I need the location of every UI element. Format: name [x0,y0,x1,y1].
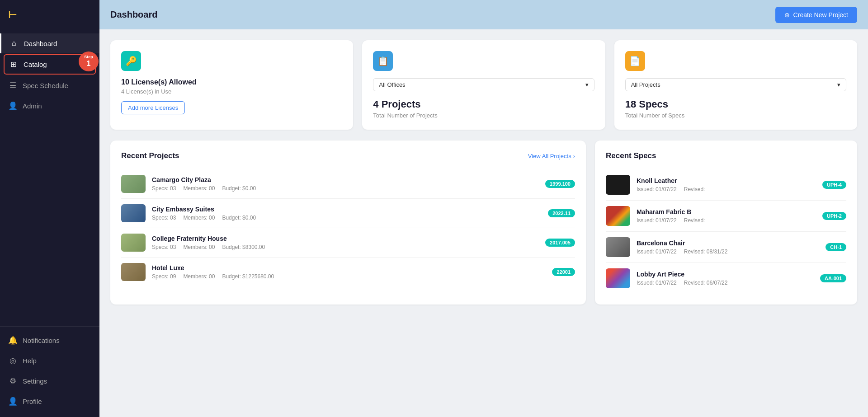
create-new-project-button[interactable]: ⊕ Create New Project [775,7,857,23]
recent-projects-title: Recent Projects [121,151,179,160]
chevron-down-icon: ▾ [585,81,589,88]
project-meta: Specs: 03 Members: 00 Budget: $8300.00 [152,244,539,250]
chevron-right-icon: › [573,153,575,159]
sidebar-item-label: Profile [23,398,42,405]
project-list-item[interactable]: College Fraternity House Specs: 03 Membe… [121,228,575,258]
sidebar-item-admin[interactable]: 👤 Admin [0,96,99,116]
add-licenses-button[interactable]: Add more Licenses [121,101,185,114]
sidebar-item-label: Catalog [24,61,47,68]
spec-issued: Issued: 01/07/22 [637,217,677,224]
spec-list-item[interactable]: Lobby Art Piece Issued: 01/07/22 Revised… [606,263,846,294]
projects-desc: Total Number of Projects [373,112,594,119]
licenses-allowed: 10 License(s) Allowed [121,78,342,86]
offices-card: 📋 All Offices ▾ 4 Projects Total Number … [362,40,605,130]
project-thumbnail [121,175,146,193]
project-info: Hotel Luxe Specs: 09 Members: 00 Budget:… [152,264,546,280]
project-badge: 22001 [552,268,575,276]
sidebar-item-notifications[interactable]: 🔔 Notifications [0,330,99,351]
all-projects-label: All Projects [631,81,660,88]
project-specs: Specs: 03 [152,244,176,250]
page-title: Dashboard [110,9,157,20]
spec-meta: Issued: 01/07/22 Revised: 08/31/22 [637,248,819,255]
project-members: Members: 00 [183,273,215,280]
profile-icon: 👤 [8,397,17,406]
projects-list: Camargo City Plaza Specs: 03 Members: 00… [121,169,575,286]
spec-name: Knoll Leather [637,177,816,184]
spec-thumbnail [606,237,630,257]
project-budget: Budget: $0.00 [222,185,256,192]
spec-issued: Issued: 01/07/22 [637,248,677,255]
sidebar-nav: ⌂ Dashboard ⊞ Catalog Step 1 ☰ Spec Sche… [0,30,99,326]
project-badge: 1999.100 [545,180,575,188]
project-list-item[interactable]: Hotel Luxe Specs: 09 Members: 00 Budget:… [121,258,575,286]
catalog-icon: ⊞ [9,60,18,69]
header: Dashboard ⊕ Create New Project [99,0,868,29]
spec-schedule-icon: ☰ [8,81,17,90]
sidebar-item-label: Settings [23,377,47,385]
project-specs: Specs: 03 [152,215,176,221]
main-area: Dashboard ⊕ Create New Project 🔑 10 Lice… [99,0,868,417]
sidebar-item-label: Admin [23,102,42,110]
project-meta: Specs: 03 Members: 00 Budget: $0.00 [152,215,542,221]
spec-badge: UPH-2 [822,212,846,220]
spec-badge: UPH-4 [822,181,846,189]
project-members: Members: 00 [183,185,215,192]
specs-card: 📄 All Projects ▾ 18 Specs Total Number o… [614,40,857,130]
project-list-item[interactable]: Camargo City Plaza Specs: 03 Members: 00… [121,169,575,199]
project-thumbnail [121,204,146,222]
licenses-in-use: 4 License(s) in Use [121,88,342,95]
content-area: 🔑 10 License(s) Allowed 4 License(s) in … [99,29,868,417]
spec-badge: AA-001 [820,274,846,282]
project-specs: Specs: 03 [152,185,176,192]
sidebar-item-catalog[interactable]: ⊞ Catalog Step 1 [4,54,96,75]
sidebar-item-label: Notifications [23,337,60,344]
project-info: Camargo City Plaza Specs: 03 Members: 00… [152,176,539,192]
projects-count: 4 Projects [373,98,594,110]
project-name: Hotel Luxe [152,264,546,272]
project-info: College Fraternity House Specs: 03 Membe… [152,235,539,250]
sidebar-item-spec-schedule[interactable]: ☰ Spec Schedule [0,75,99,96]
licenses-icon: 🔑 [121,51,141,71]
spec-info: Knoll Leather Issued: 01/07/22 Revised: [637,177,816,192]
dashboard-icon: ⌂ [9,39,19,48]
spec-list-item[interactable]: Maharam Fabric B Issued: 01/07/22 Revise… [606,201,846,232]
project-list-item[interactable]: City Embassy Suites Specs: 03 Members: 0… [121,199,575,228]
recent-specs-title: Recent Specs [606,151,656,160]
sidebar-item-settings[interactable]: ⚙ Settings [0,371,99,391]
spec-name: Lobby Art Piece [637,271,814,278]
specs-desc: Total Number of Specs [625,112,846,119]
spec-issued: Issued: 01/07/22 [637,186,677,192]
spec-revised: Revised: [684,217,705,224]
spec-thumbnail [606,175,630,195]
sidebar-item-dashboard[interactable]: ⌂ Dashboard [0,33,99,53]
notifications-icon: 🔔 [8,336,17,345]
spec-name: Barcelona Chair [637,239,819,247]
all-offices-dropdown[interactable]: All Offices ▾ [373,78,594,91]
project-specs: Specs: 09 [152,273,176,280]
all-projects-dropdown[interactable]: All Projects ▾ [625,78,846,91]
spec-badge: CH-1 [826,243,846,251]
recent-specs-panel: Recent Specs Knoll Leather Issued: 01/07… [595,141,857,305]
spec-thumbnail [606,206,630,226]
project-members: Members: 00 [183,244,215,250]
sidebar-item-label: Spec Schedule [23,82,68,89]
spec-revised: Revised: 08/31/22 [684,248,728,255]
sidebar-item-profile[interactable]: 👤 Profile [0,391,99,412]
view-all-projects-link[interactable]: View All Projects › [528,153,575,159]
project-thumbnail [121,263,146,281]
spec-revised: Revised: [684,186,705,192]
project-info: City Embassy Suites Specs: 03 Members: 0… [152,206,542,221]
recent-projects-header: Recent Projects View All Projects › [121,151,575,160]
spec-list-item[interactable]: Knoll Leather Issued: 01/07/22 Revised: … [606,169,846,201]
spec-meta: Issued: 01/07/22 Revised: 06/07/22 [637,280,814,286]
bottom-row: Recent Projects View All Projects › Cama… [110,141,857,305]
project-badge: 2017.005 [545,239,575,247]
project-thumbnail [121,234,146,252]
spec-thumbnail [606,268,630,288]
sidebar-bottom: 🔔 Notifications ◎ Help ⚙ Settings 👤 Prof… [0,326,99,417]
sidebar-item-help[interactable]: ◎ Help [0,351,99,371]
project-members: Members: 00 [183,215,215,221]
spec-meta: Issued: 01/07/22 Revised: [637,186,816,192]
spec-list-item[interactable]: Barcelona Chair Issued: 01/07/22 Revised… [606,232,846,263]
sidebar-logo: ⊢ [0,0,99,30]
